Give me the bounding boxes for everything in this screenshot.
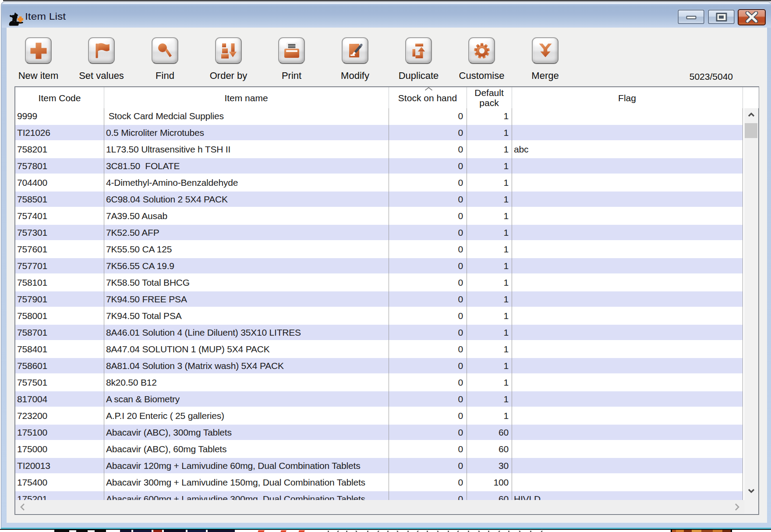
column-gridline [104, 108, 104, 500]
vertical-scrollbar[interactable] [744, 108, 758, 514]
column-header-item-name[interactable]: Item name [104, 87, 389, 108]
print-button[interactable] [278, 37, 305, 64]
cell-name: Abacavir 600mg + Lamivudine 300mg, Dual … [104, 491, 389, 500]
table-row[interactable]: 7586018A81.04 Solution 3 (Matrix wash) 5… [15, 358, 743, 375]
cell-code: 704400 [15, 175, 104, 190]
cell-name: 7K52.50 AFP [104, 225, 389, 240]
table-row[interactable]: 7585016C98.04 Solution 2 5X4 PACK01 [15, 192, 743, 208]
cell-name: 7A39.50 Ausab [104, 208, 389, 223]
close-button[interactable] [738, 9, 766, 25]
table-row[interactable]: 7582011L73.50 Ultrasensitive h TSH II01a… [15, 142, 743, 158]
cell-stock: 0 [389, 291, 467, 307]
titlebar[interactable]: Item List [2, 3, 771, 28]
flag-icon [93, 42, 110, 60]
cell-code: 757701 [15, 258, 104, 273]
table-row[interactable]: 7581017K58.50 Total BHCG01 [15, 275, 743, 291]
toolbar-modify: Modify [342, 37, 368, 64]
customise-label: Customise [459, 70, 505, 82]
item-list-window: Item List New item [1, 2, 771, 528]
horizontal-scrollbar[interactable] [15, 500, 744, 514]
table-row[interactable]: 723200A.P.I 20 Enteric ( 25 galleries)01 [15, 408, 743, 425]
cell-code: 758701 [15, 325, 104, 340]
find-button[interactable] [152, 37, 178, 64]
new-item-button[interactable] [25, 37, 52, 64]
toolbar-set-values: Set values [88, 37, 115, 64]
table-row[interactable]: 7576017K55.50 CA 12501 [15, 241, 743, 258]
column-header-flag[interactable]: Flag [512, 87, 743, 108]
cell-pack: 60 [467, 491, 512, 500]
table-row[interactable]: 7574017A39.50 Ausab01 [15, 208, 743, 225]
maximize-button[interactable] [708, 10, 735, 24]
cell-flag [512, 208, 743, 223]
cell-flag [512, 108, 743, 124]
taskbar-icon-gap [69, 530, 76, 532]
cell-name: A.P.I 20 Enteric ( 25 galleries) [104, 408, 389, 423]
cell-pack: 1 [467, 275, 512, 290]
cell-name: 8A47.04 SOLUTION 1 (MUP) 5X4 PACK [104, 341, 389, 357]
vertical-scrollbar-thumb[interactable] [745, 123, 757, 138]
table-row[interactable]: 175000Abacavir (ABC), 60mg Tablets060 [15, 441, 743, 458]
table-row[interactable]: 175400Abacavir 300mg + Lamivudine 150mg,… [15, 475, 743, 491]
gear-icon [473, 42, 491, 60]
scroll-left-icon[interactable] [20, 503, 25, 511]
merge-icon [537, 42, 554, 60]
cell-code: 758101 [15, 275, 104, 290]
cell-stock: 0 [389, 308, 467, 323]
order-by-button[interactable] [215, 37, 242, 64]
maximize-icon [716, 13, 727, 21]
table-row[interactable]: 7575018k20.50 B1201 [15, 375, 743, 391]
sort-ascending-icon [424, 87, 433, 91]
cell-code: 757901 [15, 291, 104, 307]
cell-pack: 1 [467, 225, 512, 240]
table-row[interactable]: 7044004-Dimethyl-Amino-Benzaldehyde01 [15, 175, 743, 192]
column-gridline [743, 108, 743, 500]
cell-flag [512, 175, 743, 190]
cell-code: 817004 [15, 391, 104, 407]
search-icon [156, 42, 174, 60]
background-image-fragment [671, 530, 732, 532]
cell-flag [512, 258, 743, 273]
table-row[interactable]: 7578013C81.50 FOLATE01 [15, 158, 743, 175]
minimize-button[interactable] [678, 10, 704, 24]
set-values-button[interactable] [88, 37, 115, 64]
table-row[interactable]: 7584018A47.04 SOLUTION 1 (MUP) 5X4 PACK0… [15, 341, 743, 358]
merge-button[interactable] [532, 37, 559, 64]
modify-button[interactable] [342, 37, 368, 64]
table-row[interactable]: 7579017K94.50 FREE PSA01 [15, 291, 743, 308]
column-header-item-code[interactable]: Item Code [15, 87, 104, 108]
toolbar-duplicate: Duplicate [405, 37, 432, 64]
cell-pack: 1 [467, 408, 512, 423]
table-row[interactable]: TI20013Abacavir 120mg + Lamivudine 60mg,… [15, 458, 743, 475]
table-row[interactable]: 7573017K52.50 AFP01 [15, 225, 743, 241]
cell-name: 0.5 Microliter Microtubes [104, 125, 389, 140]
table-row[interactable]: TI210260.5 Microliter Microtubes01 [15, 125, 743, 142]
table-row[interactable]: 817004A scan & Biometry01 [15, 391, 743, 408]
table-row[interactable]: 7580017K94.50 Total PSA01 [15, 308, 743, 325]
cell-code: 757801 [15, 158, 104, 174]
cell-flag [512, 458, 743, 473]
table-row[interactable]: 175201Abacavir 600mg + Lamivudine 300mg,… [15, 491, 743, 500]
table-row[interactable]: 7577017K56.55 CA 19.901 [15, 258, 743, 275]
cell-flag: HIVLD [512, 491, 743, 500]
column-header-default-pack[interactable]: Default pack [467, 87, 512, 108]
cell-stock: 0 [389, 275, 467, 290]
table-row[interactable]: 7587018A46.01 Solution 4 (Line Diluent) … [15, 325, 743, 341]
cell-pack: 1 [467, 325, 512, 340]
customise-button[interactable] [468, 37, 495, 64]
scroll-down-icon[interactable] [747, 489, 755, 493]
cell-flag [512, 275, 743, 290]
cell-pack: 1 [467, 208, 512, 223]
background-taskbar-fragment [54, 530, 106, 532]
table-row[interactable]: 175100Abacavir (ABC), 300mg Tablets060 [15, 425, 743, 441]
duplicate-button[interactable] [405, 37, 432, 64]
scroll-right-icon[interactable] [735, 503, 740, 511]
cell-code: 175201 [15, 491, 104, 500]
background-corner-notch [0, 0, 3, 1]
cell-stock: 0 [389, 391, 467, 407]
table-row[interactable]: 9999 Stock Card Medcial Supplies01 [15, 108, 743, 125]
cell-name: 4-Dimethyl-Amino-Benzaldehyde [104, 175, 389, 190]
table-body: 9999 Stock Card Medcial Supplies01TI2102… [15, 108, 743, 500]
cell-stock: 0 [389, 125, 467, 140]
cell-name: 1L73.50 Ultrasensitive h TSH II [104, 142, 389, 157]
scroll-up-icon[interactable] [747, 112, 755, 117]
